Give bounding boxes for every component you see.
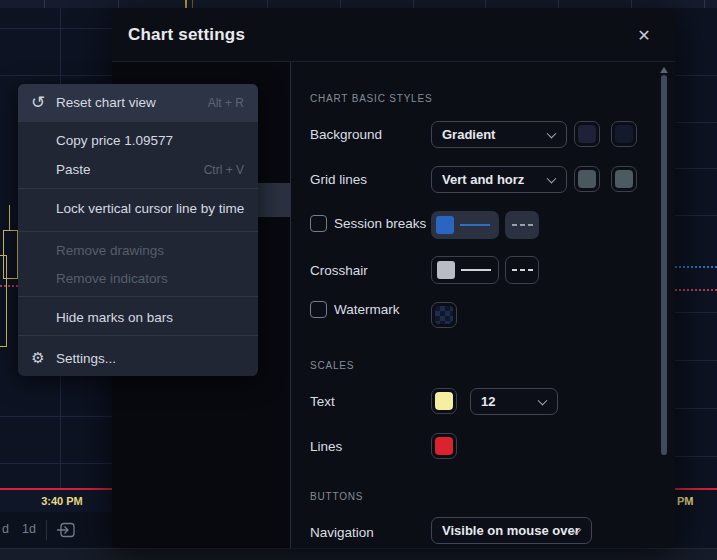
line-preview: [460, 224, 490, 226]
navigation-dropdown[interactable]: Visible on mouse over: [431, 517, 592, 544]
menu-divider: [18, 188, 258, 189]
color-chip: [435, 392, 453, 410]
gear-icon: ⚙: [28, 349, 48, 367]
alert-dotted-line: [675, 289, 717, 291]
gridline-horizontal: [0, 75, 112, 76]
menu-item-lock-vertical-cursor[interactable]: Lock vertical cursor line by time: [18, 194, 258, 223]
menu-shortcut: Ctrl + V: [204, 163, 258, 177]
menu-item-settings[interactable]: ⚙ Settings...: [18, 340, 258, 376]
chevron-down-icon: [547, 173, 557, 183]
candle-wick: [9, 205, 10, 230]
crosshair-label: Crosshair: [310, 263, 368, 278]
navigation-dropdown-value: Visible on mouse over: [442, 523, 580, 538]
background-label: Background: [310, 127, 382, 142]
grid-lines-dropdown[interactable]: Vert and horz: [431, 166, 567, 193]
menu-item-label: Copy price 1.09577: [18, 133, 173, 148]
toolbar-divider: [46, 520, 47, 540]
candlestick: [0, 255, 7, 347]
menu-item-reset-chart-view[interactable]: ↺ Reset chart view Alt + R: [18, 84, 258, 121]
top-tick: [413, 0, 414, 8]
dash-icon: [520, 269, 525, 271]
watermark-checkbox[interactable]: [310, 301, 327, 318]
grid-lines-dropdown-value: Vert and horz: [442, 172, 524, 187]
go-to-date-icon[interactable]: [56, 520, 76, 543]
background-dropdown[interactable]: Gradient: [431, 121, 567, 148]
dialog-title: Chart settings: [128, 25, 245, 45]
reset-icon: ↺: [28, 92, 48, 113]
grid-color-swatch-2[interactable]: [611, 166, 637, 192]
status-bar: [0, 548, 717, 560]
gridline-horizontal: [675, 360, 717, 361]
dash-icon: [520, 224, 525, 226]
menu-item-label: Lock vertical cursor line by time: [18, 201, 244, 216]
gridline-horizontal: [0, 463, 112, 464]
section-buttons: BUTTONS: [310, 491, 363, 502]
color-chip: [437, 261, 455, 279]
chevron-down-icon: [538, 395, 548, 405]
grid-color-swatch-1[interactable]: [574, 166, 600, 192]
session-dotted-line: [675, 266, 717, 268]
session-breaks-label: Session breaks: [334, 216, 426, 231]
color-chip: [615, 170, 633, 188]
scales-text-label: Text: [310, 394, 335, 409]
menu-item-remove-drawings: Remove drawings: [18, 236, 258, 264]
background-color-swatch-2[interactable]: [611, 121, 637, 147]
crosshair-line-style-button[interactable]: [505, 256, 539, 284]
dash-icon: [512, 224, 517, 226]
navigation-label: Navigation: [310, 525, 374, 540]
gridline-horizontal: [675, 215, 717, 216]
interval-toolbar: d 1d: [0, 512, 112, 548]
session-breaks-checkbox[interactable]: [310, 215, 327, 232]
gridline-horizontal: [675, 456, 717, 457]
top-tick: [267, 0, 268, 8]
gridline-horizontal: [675, 312, 717, 313]
color-chip: [578, 125, 596, 143]
font-size-dropdown[interactable]: 12: [470, 388, 558, 415]
line-preview: [461, 269, 491, 271]
menu-divider: [18, 335, 258, 336]
background-dropdown-value: Gradient: [442, 127, 495, 142]
time-label: 3:40 PM: [34, 495, 90, 507]
context-menu: ↺ Reset chart view Alt + R Copy price 1.…: [18, 84, 258, 376]
color-chip: [615, 125, 633, 143]
interval-button-1d[interactable]: 1d: [22, 522, 36, 536]
menu-item-label: Paste: [18, 162, 91, 177]
gridline-horizontal: [0, 28, 112, 29]
screen: 3:40 PM PM d 1d Chart settings ✕ CHART B…: [0, 0, 717, 560]
price-line: [675, 488, 717, 490]
menu-item-paste[interactable]: Paste Ctrl + V: [18, 155, 258, 184]
top-tick: [340, 0, 341, 8]
color-chip: [435, 437, 453, 455]
top-tick-yellow: [185, 0, 187, 8]
section-scales: SCALES: [310, 360, 354, 371]
session-breaks-line-style-button[interactable]: [505, 211, 539, 239]
dash-icon: [528, 224, 533, 226]
menu-divider: [18, 296, 258, 297]
gridline-horizontal: [0, 416, 112, 417]
menu-item-copy-price[interactable]: Copy price 1.09577: [18, 126, 258, 155]
gridline-horizontal: [675, 122, 717, 123]
gridline-horizontal: [675, 75, 717, 76]
menu-divider: [18, 231, 258, 232]
close-icon[interactable]: ✕: [635, 27, 653, 45]
time-axis: 3:40 PM: [0, 490, 112, 512]
watermark-color-swatch[interactable]: [431, 302, 457, 328]
scroll-up-arrow[interactable]: [660, 67, 668, 73]
dialog-header: Chart settings ✕: [112, 8, 675, 62]
grid-lines-label: Grid lines: [310, 172, 367, 187]
scales-lines-color-swatch[interactable]: [431, 433, 457, 459]
color-chip: [578, 170, 596, 188]
scales-text-color-swatch[interactable]: [431, 388, 457, 414]
session-breaks-color-button[interactable]: [431, 211, 499, 239]
crosshair-color-button[interactable]: [431, 256, 499, 284]
dash-icon: [528, 269, 533, 271]
menu-item-hide-marks[interactable]: Hide marks on bars: [18, 302, 258, 332]
color-chip: [436, 216, 454, 234]
background-color-swatch-1[interactable]: [574, 121, 600, 147]
menu-shortcut: Alt + R: [208, 96, 258, 110]
scales-lines-label: Lines: [310, 439, 342, 454]
scrollbar[interactable]: [661, 75, 667, 455]
font-size-value: 12: [481, 394, 495, 409]
top-tick: [118, 0, 119, 8]
interval-button-d[interactable]: d: [2, 522, 9, 536]
